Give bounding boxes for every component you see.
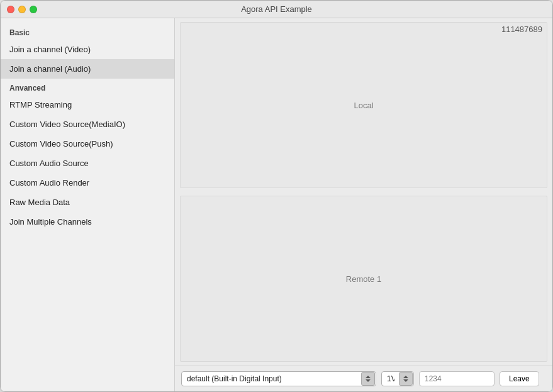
stepper-wrapper: 1V1	[381, 371, 414, 386]
sidebar: Basic Join a channel (Video) Join a chan…	[1, 18, 175, 391]
basic-section-label: Basic	[1, 23, 174, 40]
audio-source-dropdown[interactable]: default (Built-in Digital Input)	[181, 371, 376, 386]
close-button[interactable]	[7, 6, 14, 13]
maximize-button[interactable]	[30, 6, 37, 13]
local-label: Local	[354, 101, 373, 110]
sidebar-item-join-audio[interactable]: Join a channel (Audio)	[1, 59, 174, 79]
titlebar: Agora API Example	[1, 1, 552, 18]
remote-video-panel: Remote 1	[180, 196, 547, 362]
traffic-lights	[7, 6, 37, 13]
sidebar-item-raw-media-data[interactable]: Raw Media Data	[1, 193, 174, 212]
sidebar-item-join-video[interactable]: Join a channel (Video)	[1, 40, 174, 59]
main-panel: 111487689 Local Remote 1 default (Built-…	[175, 18, 552, 391]
channel-input[interactable]	[419, 371, 494, 386]
advanced-section-label: Anvanced	[1, 79, 174, 95]
uid-display: 111487689	[501, 25, 542, 34]
sidebar-item-rtmp[interactable]: RTMP Streaming	[1, 95, 174, 115]
minimize-button[interactable]	[18, 6, 26, 13]
window-title: Agora API Example	[241, 4, 312, 14]
layout-stepper[interactable]: 1V1	[381, 371, 414, 386]
video-panels: Local Remote 1	[175, 18, 552, 366]
local-video-panel: Local	[180, 22, 547, 188]
sidebar-item-join-multiple[interactable]: Join Multiple Channels	[1, 212, 174, 232]
audio-source-dropdown-wrapper: default (Built-in Digital Input)	[181, 371, 376, 386]
app-window: Agora API Example Basic Join a channel (…	[0, 0, 553, 392]
sidebar-item-custom-audio-render[interactable]: Custom Audio Render	[1, 173, 174, 193]
sidebar-item-custom-audio-source[interactable]: Custom Audio Source	[1, 154, 174, 173]
sidebar-item-custom-video-mediaio[interactable]: Custom Video Source(MediaIO)	[1, 115, 174, 134]
sidebar-item-custom-video-push[interactable]: Custom Video Source(Push)	[1, 134, 174, 154]
video-area: 111487689 Local Remote 1	[175, 18, 552, 366]
remote-label: Remote 1	[346, 274, 381, 284]
main-content-area: Basic Join a channel (Video) Join a chan…	[1, 18, 552, 391]
bottom-bar: default (Built-in Digital Input) 1V1 Lea…	[175, 366, 552, 391]
leave-button[interactable]: Leave	[500, 371, 539, 386]
